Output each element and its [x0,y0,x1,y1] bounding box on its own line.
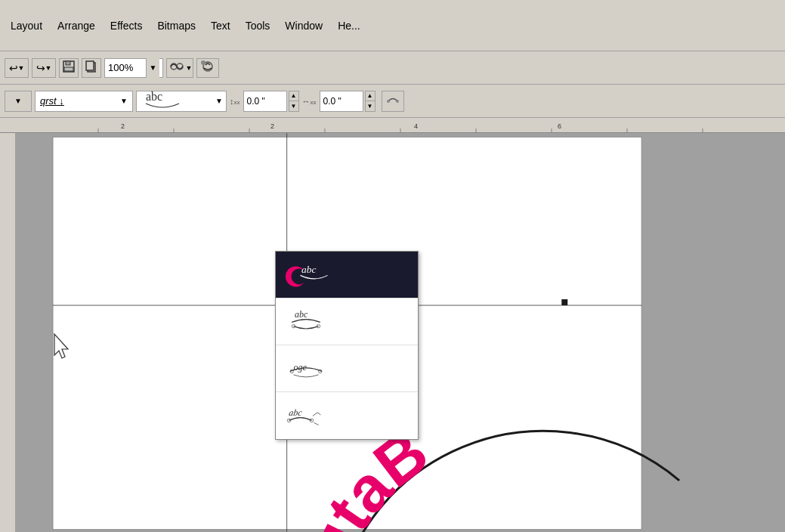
transform-button[interactable]: ▼ [166,58,193,78]
menu-effects[interactable]: Effects [103,17,150,35]
undo-icon: ↩ [9,62,18,74]
transform-icon [168,59,186,76]
svg-text:abc: abc [295,309,308,320]
menu-arrange[interactable]: Arrange [50,17,103,35]
popup-item-top-icon: abc [283,256,329,294]
chevron-down-icon: ▼ [14,97,22,105]
svg-rect-32 [561,299,567,305]
copy-button[interactable] [82,58,101,78]
menu-tools[interactable]: Tools [238,17,278,35]
ruler-horizontal: 2 2 4 6 [0,118,785,133]
offset-x-input[interactable] [243,91,287,112]
offset-y-input[interactable] [320,91,363,112]
ruler-vertical [0,133,15,532]
save-icon [62,60,76,76]
toolbar-main: ↩ ▼ ↪ ▼ ▼ [0,51,785,85]
svg-line-54 [317,413,321,415]
zoom-input[interactable] [108,62,146,73]
path-type-combo[interactable]: abc ▼ [136,91,227,112]
offset-y-spinner[interactable]: ▲ ▼ [365,91,376,112]
snap-button[interactable] [196,58,219,78]
undo-dropdown-icon[interactable]: ▼ [18,64,25,72]
extra-tool-button[interactable] [382,91,404,112]
redo-dropdown-icon[interactable]: ▼ [45,64,52,72]
zoom-combo[interactable]: ▼ [104,58,163,78]
popup-item-top[interactable]: abc [276,252,418,298]
path-type-preview: abc [140,88,185,114]
offset-y-down[interactable]: ▼ [366,101,375,111]
canvas-area[interactable]: GautaB abc [15,133,785,532]
popup-item-bottom-icon: abc [283,303,329,341]
transform-dropdown[interactable]: ▼ [186,64,193,72]
svg-point-11 [396,100,399,103]
menu-layout[interactable]: Layout [3,17,50,35]
svg-text:abc: abc [146,90,162,103]
extra-tool-icon [385,94,400,109]
redo-button[interactable]: ↪ ▼ [32,58,56,78]
ruler-v-svg [0,133,15,532]
redo-icon: ↪ [36,62,45,74]
menu-window[interactable]: Window [277,17,330,35]
svg-point-8 [201,60,206,65]
menu-bitmaps[interactable]: Bitmaps [150,17,203,35]
popup-item-skew-icon: abc [283,397,329,435]
svg-rect-4 [86,61,94,70]
tb2-first-dropdown[interactable]: ▼ [5,91,32,112]
offset-y-icon: ↔xx [302,97,317,106]
offset-y-up[interactable]: ▲ [366,91,375,102]
svg-point-10 [387,100,390,103]
offset-x-group: ↕xx ▲ ▼ [230,91,299,112]
popup-item-bottom[interactable]: abc [276,298,418,345]
font-dropdown-arrow[interactable]: ▼ [120,97,128,105]
ruler-h-svg: 2 2 4 6 [0,118,785,133]
svg-text:abc: abc [301,264,317,275]
toolbar-text-path: ▼ qrst ↓ ▼ abc ▼ ↕xx ▲ ▼ ↔xx ▲ ▼ [0,85,785,118]
offset-x-down[interactable]: ▼ [289,101,298,111]
svg-rect-2 [64,67,73,71]
path-type-dropdown-arrow[interactable]: ▼ [215,97,223,105]
svg-text:abc: abc [288,407,303,418]
undo-button[interactable]: ↩ ▼ [5,58,29,78]
popup-item-skew[interactable]: abc [276,392,418,439]
svg-rect-1 [66,61,70,65]
main-area: GautaB abc [0,133,785,532]
zoom-dropdown-arrow[interactable]: ▼ [146,58,159,78]
svg-text:oge: oge [294,361,308,372]
offset-y-group: ↔xx ▲ ▼ [302,91,376,112]
menu-bar: Layout Arrange Effects Bitmaps Text Tool… [0,0,785,51]
svg-rect-12 [0,118,785,133]
popup-item-straddle-icon: oge [283,350,329,388]
svg-text:2: 2 [121,122,125,130]
svg-rect-26 [0,133,15,532]
svg-text:2: 2 [270,122,274,130]
svg-line-55 [314,422,319,425]
popup-item-straddle[interactable]: oge [276,345,418,392]
save-button[interactable] [59,58,79,78]
svg-text:6: 6 [558,122,561,130]
svg-text:4: 4 [414,122,418,130]
menu-help[interactable]: He... [330,17,368,35]
snap-icon [199,59,216,76]
menu-text[interactable]: Text [203,17,238,35]
font-name-label: qrst ↓ [40,95,64,107]
offset-x-up[interactable]: ▲ [289,91,298,102]
offset-x-icon: ↕xx [230,97,240,106]
font-dropdown[interactable]: qrst ↓ ▼ [35,91,133,112]
copy-icon [85,60,98,76]
offset-x-spinner[interactable]: ▲ ▼ [289,91,299,112]
svg-line-53 [313,413,317,416]
path-type-dropdown-popup: abc abc oge [275,251,419,440]
